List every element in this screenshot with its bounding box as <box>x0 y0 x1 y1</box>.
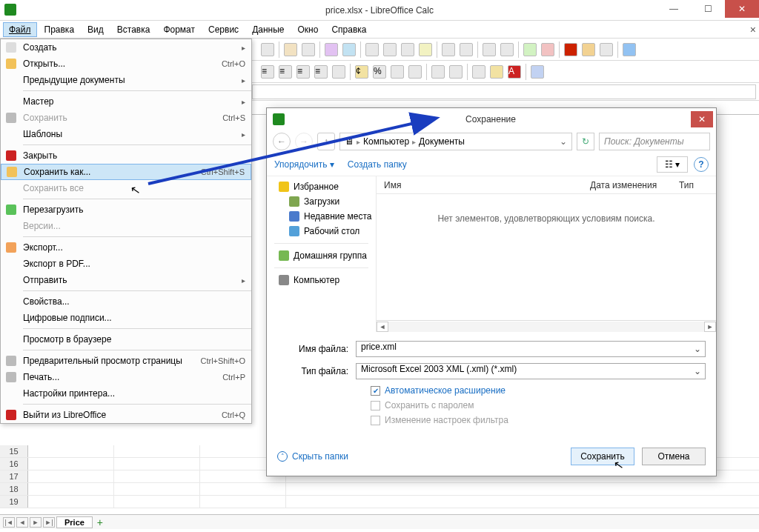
menu-edit[interactable]: Правка <box>39 22 81 37</box>
menu-item-wizard[interactable]: Мастер▸ <box>1 93 251 110</box>
decimal-add-icon[interactable] <box>391 65 404 79</box>
tree-recent[interactable]: Недавние места <box>267 209 376 224</box>
menu-help[interactable]: Справка <box>325 22 372 37</box>
nav-up-icon[interactable]: ↑ <box>317 133 335 150</box>
menu-item-export[interactable]: Экспорт... <box>1 239 251 256</box>
preview-icon[interactable] <box>302 43 315 56</box>
organize-dropdown[interactable]: Упорядочить ▾ <box>274 159 334 170</box>
menu-format[interactable]: Формат <box>157 22 201 37</box>
nav-forward-icon[interactable]: → <box>295 133 313 150</box>
toolbar-icon[interactable] <box>600 43 613 56</box>
window-close-button[interactable]: ✕ <box>725 0 759 18</box>
col-name[interactable]: Имя <box>377 180 583 190</box>
view-mode-dropdown[interactable]: ☷ ▾ <box>657 156 688 173</box>
bgcolor-icon[interactable] <box>490 65 503 79</box>
paste-icon[interactable] <box>401 43 414 56</box>
chevron-down-icon[interactable]: ⌄ <box>560 136 567 147</box>
help-icon[interactable]: ? <box>694 157 709 172</box>
menu-window[interactable]: Окно <box>291 22 324 37</box>
window-minimize-button[interactable]: — <box>657 0 691 18</box>
col-type[interactable]: Тип <box>672 180 716 190</box>
menu-item-templates[interactable]: Шаблоны▸ <box>1 126 251 142</box>
spell-icon[interactable] <box>325 43 338 56</box>
toolbar-icon[interactable] <box>261 43 274 56</box>
paint-icon[interactable] <box>419 43 432 56</box>
fontcolor-icon[interactable]: A <box>508 65 521 79</box>
scroll-right-icon[interactable]: ► <box>704 322 716 332</box>
tree-desktop[interactable]: Рабочий стол <box>267 224 376 239</box>
add-sheet-button[interactable]: + <box>94 516 106 528</box>
decimal-remove-icon[interactable] <box>408 65 422 79</box>
search-input[interactable]: Поиск: Документы <box>599 133 710 150</box>
tree-favorites[interactable]: Избранное <box>267 179 376 194</box>
menu-insert[interactable]: Вставка <box>111 22 156 37</box>
undo-icon[interactable] <box>442 43 455 56</box>
menu-item-open[interactable]: Открыть...Ctrl+O <box>1 56 251 72</box>
tab-next-icon[interactable]: ► <box>30 517 42 528</box>
refresh-icon[interactable]: ↻ <box>577 133 594 150</box>
breadcrumb-item[interactable]: Документы <box>419 136 465 147</box>
tree-homegroup[interactable]: Домашняя группа <box>267 248 376 263</box>
breadcrumb[interactable]: 🖥 ▸ Компьютер ▸ Документы ⌄ <box>339 133 572 150</box>
record-icon[interactable] <box>564 43 577 56</box>
indent-less-icon[interactable] <box>431 65 445 79</box>
filetype-select[interactable]: Microsoft Excel 2003 XML (.xml) (*.xml)⌄ <box>356 363 706 379</box>
window-maximize-button[interactable]: ☐ <box>691 0 725 18</box>
align-right-icon[interactable]: ≡ <box>296 65 310 79</box>
menu-item-printer-settings[interactable]: Настройки принтера... <box>1 385 251 402</box>
hide-folders-link[interactable]: ˄ Скрыть папки <box>277 451 348 462</box>
indent-more-icon[interactable] <box>449 65 463 79</box>
nav-back-icon[interactable]: ← <box>273 133 291 150</box>
menu-item-reload[interactable]: Перезагрузить <box>1 202 251 218</box>
menu-item-exit[interactable]: Выйти из LibreOfficeCtrl+Q <box>1 407 251 423</box>
dialog-titlebar[interactable]: Сохранение ✕ <box>267 108 716 130</box>
menu-item-export-pdf[interactable]: Экспорт в PDF... <box>1 256 251 272</box>
checkbox-auto-extension[interactable]: ✔ Автоматическое расширение <box>371 385 706 396</box>
merge-icon[interactable] <box>332 65 345 79</box>
tab-first-icon[interactable]: |◄ <box>3 517 15 528</box>
save-button[interactable]: Сохранить <box>571 448 634 465</box>
align-center-icon[interactable]: ≡ <box>279 65 292 79</box>
filename-input[interactable]: price.xml⌄ <box>356 341 706 357</box>
chevron-down-icon[interactable]: ⌄ <box>692 343 703 355</box>
breadcrumb-item[interactable]: Компьютер <box>363 136 409 147</box>
col-date[interactable]: Дата изменения <box>583 180 672 190</box>
new-folder-button[interactable]: Создать папку <box>348 159 407 170</box>
menu-item-send[interactable]: Отправить▸ <box>1 272 251 288</box>
sort-desc-icon[interactable] <box>500 43 514 56</box>
menu-item-page-preview[interactable]: Предварительный просмотр страницыCtrl+Sh… <box>1 353 251 369</box>
menu-data[interactable]: Данные <box>246 22 290 37</box>
print-icon[interactable] <box>284 43 297 56</box>
menu-item-signatures[interactable]: Цифровые подписи... <box>1 310 251 326</box>
borders-icon[interactable] <box>472 65 485 79</box>
help-icon[interactable] <box>623 43 636 56</box>
align-justify-icon[interactable]: ≡ <box>314 65 328 79</box>
horizontal-scrollbar[interactable]: ◄ ► <box>377 320 716 332</box>
cut-icon[interactable] <box>365 43 379 56</box>
dialog-close-button[interactable]: ✕ <box>691 111 713 127</box>
formula-input[interactable] <box>252 84 756 99</box>
menu-item-properties[interactable]: Свойства... <box>1 293 251 310</box>
chevron-down-icon[interactable]: ⌄ <box>692 365 703 377</box>
currency-icon[interactable]: ¢ <box>355 65 368 79</box>
tree-downloads[interactable]: Загрузки <box>267 194 376 209</box>
menu-item-save-as[interactable]: Сохранить как...Ctrl+Shift+S <box>1 164 251 180</box>
toolbar-icon[interactable] <box>531 65 544 79</box>
menu-item-new[interactable]: Создать▸ <box>1 39 251 56</box>
redo-icon[interactable] <box>460 43 473 56</box>
toolbar-icon[interactable] <box>541 43 554 56</box>
tab-last-icon[interactable]: ►| <box>43 517 55 528</box>
scroll-left-icon[interactable]: ◄ <box>377 322 388 332</box>
menu-item-print[interactable]: Печать...Ctrl+P <box>1 369 251 385</box>
file-list[interactable]: Имя Дата изменения Тип Нет элементов, уд… <box>377 176 716 332</box>
tree-computer[interactable]: Компьютер <box>267 273 376 287</box>
cancel-button[interactable]: Отмена <box>642 448 706 465</box>
folder-tree[interactable]: Избранное Загрузки Недавние места Рабочи… <box>267 176 377 332</box>
tab-prev-icon[interactable]: ◄ <box>16 517 28 528</box>
document-close-button[interactable]: × <box>750 24 756 36</box>
toolbar-icon[interactable] <box>342 43 356 56</box>
copy-icon[interactable] <box>383 43 397 56</box>
toolbar-icon[interactable] <box>582 43 595 56</box>
menu-file[interactable]: Файл <box>3 22 37 37</box>
percent-icon[interactable]: % <box>373 65 386 79</box>
